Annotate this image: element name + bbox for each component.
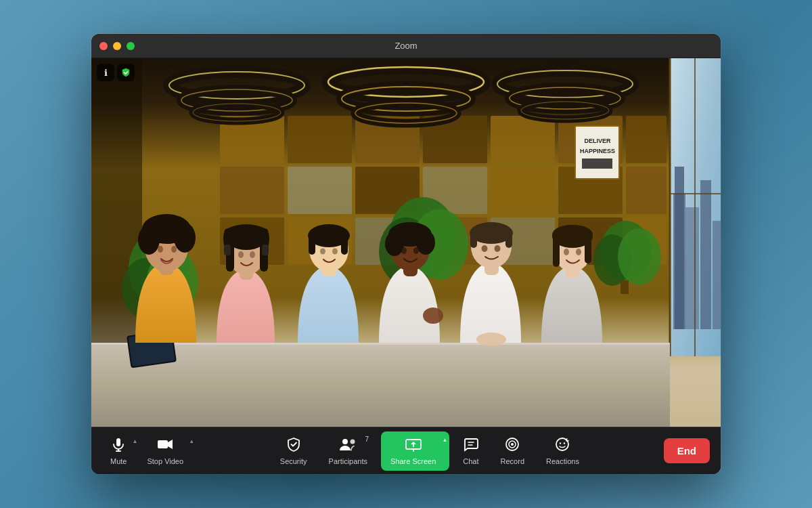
svg-point-110: [482, 245, 488, 252]
zoom-window: Zoom: [91, 34, 721, 474]
svg-point-100: [385, 232, 404, 256]
shield-icon: [121, 68, 131, 77]
reactions-label: Reactions: [546, 457, 579, 465]
video-area: DELIVER HAPPINESS: [91, 58, 721, 427]
svg-point-95: [320, 249, 325, 255]
participants-icon: [339, 437, 357, 454]
share-screen-icon: [405, 437, 422, 454]
reactions-icon: [555, 437, 570, 454]
scene-background: DELIVER HAPPINESS: [91, 58, 721, 427]
svg-point-137: [564, 442, 565, 444]
svg-point-104: [423, 308, 443, 324]
window-title: Zoom: [394, 41, 417, 51]
stop-video-label: Stop Video: [147, 457, 183, 465]
svg-rect-66: [621, 280, 629, 294]
end-button[interactable]: End: [664, 438, 710, 463]
record-button[interactable]: Record: [493, 433, 533, 469]
mic-icon: [111, 437, 126, 454]
svg-point-79: [171, 246, 177, 253]
toolbar-left: Mute ▲ Stop Video ▲: [102, 433, 196, 469]
stop-video-chevron[interactable]: ▲: [189, 438, 194, 444]
svg-point-96: [332, 249, 338, 255]
mute-label: Mute: [110, 457, 127, 465]
svg-point-135: [556, 438, 568, 450]
svg-rect-68: [91, 343, 670, 345]
svg-point-119: [564, 249, 569, 255]
svg-rect-15: [491, 116, 555, 163]
svg-rect-17: [626, 116, 667, 163]
svg-text:HAPPINESS: HAPPINESS: [580, 148, 615, 154]
close-button[interactable]: [99, 42, 108, 50]
svg-line-138: [566, 439, 567, 440]
share-screen-chevron[interactable]: ▲: [442, 437, 447, 443]
svg-line-139: [566, 440, 568, 441]
toolbar-center: Security Participants 7: [196, 431, 664, 471]
svg-point-101: [416, 230, 435, 255]
mute-chevron[interactable]: ▲: [133, 438, 138, 444]
svg-rect-22: [491, 167, 555, 214]
toolbar: Mute ▲ Stop Video ▲: [91, 427, 721, 474]
security-icon: [286, 437, 301, 454]
svg-rect-3: [675, 167, 684, 329]
svg-rect-67: [91, 343, 670, 427]
svg-point-102: [401, 247, 407, 254]
svg-point-136: [560, 442, 561, 444]
svg-rect-93: [309, 236, 315, 255]
svg-point-111: [495, 245, 501, 252]
svg-rect-12: [288, 116, 352, 163]
svg-point-125: [342, 439, 348, 444]
svg-point-112: [476, 333, 506, 346]
svg-rect-86: [224, 245, 231, 255]
svg-rect-19: [288, 167, 352, 214]
svg-rect-24: [626, 167, 667, 214]
chat-label: Chat: [463, 457, 478, 465]
maximize-button[interactable]: [127, 42, 135, 50]
share-screen-label: Share Screen: [390, 457, 436, 465]
traffic-lights: [99, 42, 135, 50]
toolbar-right: End: [664, 438, 710, 463]
svg-rect-6: [713, 221, 721, 329]
chat-icon: [464, 437, 478, 454]
security-button[interactable]: Security: [272, 433, 315, 469]
mute-button[interactable]: Mute ▲: [102, 433, 139, 469]
security-label: Security: [280, 457, 307, 465]
svg-rect-18: [220, 167, 284, 214]
participants-label: Participants: [329, 457, 367, 465]
shield-button[interactable]: [117, 64, 135, 81]
video-icon: [157, 437, 173, 454]
svg-text:DELIVER: DELIVER: [584, 137, 611, 144]
svg-point-89: [250, 251, 255, 258]
svg-rect-4: [685, 207, 699, 329]
svg-rect-85: [226, 234, 267, 245]
svg-point-77: [163, 221, 187, 242]
svg-point-103: [413, 247, 419, 254]
reactions-button[interactable]: Reactions: [538, 433, 587, 469]
svg-rect-124: [158, 440, 168, 448]
svg-point-120: [576, 249, 581, 255]
minimize-button[interactable]: [113, 42, 121, 50]
svg-rect-5: [700, 180, 711, 329]
participants-button[interactable]: Participants 7: [321, 433, 376, 469]
record-icon: [505, 437, 520, 454]
info-button[interactable]: ℹ: [97, 64, 114, 81]
chat-button[interactable]: Chat: [455, 433, 487, 469]
svg-point-78: [158, 246, 163, 253]
svg-rect-108: [470, 233, 477, 248]
participants-count: 7: [365, 436, 369, 443]
svg-rect-87: [262, 245, 269, 255]
svg-rect-36: [582, 158, 612, 169]
svg-rect-94: [341, 236, 348, 255]
svg-point-65: [618, 228, 661, 285]
svg-rect-121: [116, 438, 120, 446]
svg-point-88: [238, 251, 244, 258]
svg-point-134: [511, 443, 514, 446]
record-label: Record: [501, 457, 524, 465]
svg-point-118: [552, 225, 593, 244]
svg-point-126: [351, 439, 355, 444]
stop-video-button[interactable]: Stop Video ▲: [139, 433, 196, 469]
svg-rect-109: [505, 233, 512, 248]
share-screen-button[interactable]: Share Screen ▲: [381, 431, 449, 471]
title-bar: Zoom: [91, 34, 721, 58]
info-bar: ℹ: [97, 64, 135, 81]
